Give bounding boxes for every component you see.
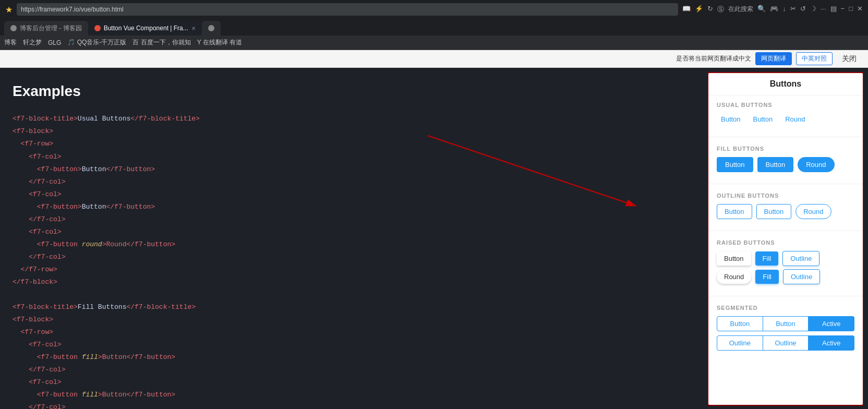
raised-plain-button[interactable]: Button — [717, 251, 751, 266]
code-line: <f7-col> — [13, 226, 695, 238]
code-tag: <f7-block-title> — [13, 115, 78, 123]
moon-icon[interactable]: ☽ — [810, 5, 816, 14]
segmented-row-1: Button Button Active — [717, 316, 854, 331]
panel-title: Buttons — [708, 73, 863, 95]
raised-fill-button-2[interactable]: Fill — [755, 270, 779, 284]
raised-outline-button-1[interactable]: Outline — [782, 251, 819, 266]
tab-framework7[interactable]: Button Vue Component | Fra... ✕ — [88, 21, 202, 35]
code-line: <f7-row> — [13, 326, 695, 339]
code-tag: <f7-button> — [37, 203, 82, 211]
tab-blog-favicon — [10, 25, 17, 31]
code-line: </f7-row> — [13, 263, 695, 276]
seg-button-1[interactable]: Button — [717, 316, 763, 331]
code-tag: </f7-col> — [29, 178, 65, 186]
code-line: <f7-button round>Round</f7-button> — [13, 238, 695, 251]
bilingual-button[interactable]: 中英对照 — [796, 52, 833, 65]
code-tag: </f7-button> — [106, 165, 155, 173]
skype-icon[interactable]: Ⓢ — [717, 5, 724, 14]
bookmark-baidu[interactable]: 百 百度一下，你就知 — [132, 38, 190, 47]
code-tag: </f7-block> — [13, 278, 57, 286]
url-input[interactable] — [17, 3, 678, 16]
fill-buttons-label: FILL BUTTONS — [717, 146, 854, 152]
bookmark-xuanzimeng[interactable]: 轩之梦 — [23, 38, 42, 47]
bookmark-glg[interactable]: GLG — [48, 39, 61, 46]
code-line: <f7-button fill>Button</f7-button> — [13, 389, 695, 401]
raised-round-plain-button[interactable]: Round — [717, 270, 751, 284]
tab-blog[interactable]: 博客后台管理 - 博客园 — [4, 21, 88, 35]
usual-button-1[interactable]: Button — [717, 113, 745, 125]
code-line: <f7-button>Button</f7-button> — [13, 201, 695, 213]
code-line: <f7-col> — [13, 151, 695, 163]
code-tag: <f7-row> — [21, 140, 53, 148]
bookmark-qqmusic[interactable]: 🎵 QQ音乐-千万正版 — [67, 38, 126, 47]
seg-active-button-1[interactable]: Active — [809, 316, 854, 331]
translate-button[interactable]: 网页翻译 — [755, 52, 792, 65]
gamepad-icon[interactable]: 🎮 — [770, 5, 778, 14]
close-translation-button[interactable]: 关闭 — [837, 53, 862, 65]
code-tag: <f7-block-title> — [13, 303, 78, 311]
code-area: Examples <f7-block-title>Usual Buttons</… — [0, 68, 707, 409]
page-title: Examples — [13, 78, 695, 104]
code-tag: <f7-block> — [13, 316, 53, 323]
code-tag: </f7-button> — [106, 203, 155, 211]
tab-close-icon[interactable]: ✕ — [191, 26, 196, 31]
refresh-icon[interactable]: ↻ — [707, 5, 713, 14]
search-icon[interactable]: 🔍 — [757, 5, 766, 14]
outline-button-2[interactable]: Button — [756, 204, 792, 219]
usual-round-button[interactable]: Round — [781, 113, 809, 125]
tab-empty[interactable] — [202, 21, 221, 35]
code-tag: <f7-block> — [13, 127, 53, 135]
code-text: Button — [82, 165, 106, 173]
usual-button-2[interactable]: Button — [749, 113, 777, 125]
code-tag: </f7-block-title> — [130, 115, 200, 123]
fill-round-button[interactable]: Round — [798, 157, 834, 172]
browser-chrome: ★ 📖 ⚡ ↻ Ⓢ 在此搜索 🔍 🎮 ↓ ✂ ↺ ☽ ··· ▤ − □ ✕ 博… — [0, 0, 868, 50]
star-icon[interactable]: ★ — [5, 5, 13, 15]
menu-dots-icon[interactable]: ··· — [821, 5, 826, 14]
code-tag: </f7-col> — [29, 253, 65, 261]
code-line: <f7-button fill>Button</f7-button> — [13, 351, 695, 364]
close-window-icon[interactable]: ✕ — [857, 5, 863, 14]
tab-blog-label: 博客后台管理 - 博客园 — [20, 24, 82, 33]
bookmark-translate[interactable]: Y 在线翻译 有道 — [197, 38, 242, 47]
bookmarks-bar: 博客 轩之梦 GLG 🎵 QQ音乐-千万正版 百 百度一下，你就知 Y 在线翻译… — [0, 35, 868, 50]
code-tag: >Button</f7-button> — [98, 391, 175, 399]
bookmark-icon[interactable]: 📖 — [682, 5, 691, 14]
code-text: Button — [82, 203, 106, 211]
bookmark-blog[interactable]: 博客 — [4, 38, 17, 47]
fill-button-1[interactable]: Button — [717, 157, 753, 172]
scissors-icon[interactable]: ✂ — [790, 5, 796, 14]
download-icon[interactable]: ↓ — [782, 5, 786, 14]
raised-fill-button-1[interactable]: Fill — [755, 251, 779, 266]
thunder-icon[interactable]: ⚡ — [695, 5, 703, 14]
usual-buttons-section: USUAL BUTTONS Button Button Round — [708, 95, 863, 135]
raised-buttons-section: RAISED BUTTONS Button Fill Outline Round… — [708, 233, 863, 294]
url-bar: ★ 📖 ⚡ ↻ Ⓢ 在此搜索 🔍 🎮 ↓ ✂ ↺ ☽ ··· ▤ − □ ✕ — [0, 0, 868, 19]
code-tag: </f7-col> — [29, 366, 65, 374]
code-attr: fill — [82, 353, 98, 361]
code-line: </f7-col> — [13, 364, 695, 376]
raised-buttons-label: RAISED BUTTONS — [717, 239, 854, 246]
sidebar-icon[interactable]: ▤ — [830, 5, 837, 14]
maximize-icon[interactable]: □ — [849, 5, 853, 14]
code-attr: round — [82, 240, 102, 248]
seg-outline-button-2[interactable]: Outline — [763, 335, 809, 351]
browser-icons: 📖 ⚡ ↻ Ⓢ 在此搜索 🔍 🎮 ↓ ✂ ↺ ☽ ··· ▤ − □ ✕ — [682, 5, 863, 14]
seg-outline-active-button[interactable]: Active — [809, 335, 854, 351]
outline-button-1[interactable]: Button — [717, 204, 752, 219]
code-line: <f7-row> — [13, 138, 695, 150]
outline-buttons-label: OUTLINE BUTTONS — [717, 193, 854, 199]
translation-text: 是否将当前网页翻译成中文 — [676, 54, 751, 63]
seg-outline-button-1[interactable]: Outline — [717, 335, 763, 351]
outline-round-button[interactable]: Round — [795, 204, 831, 219]
buttons-panel: Buttons USUAL BUTTONS Button Button Roun… — [707, 72, 864, 406]
minimize-icon[interactable]: − — [841, 5, 845, 14]
code-line: <f7-block-title>Fill Buttons</f7-block-t… — [13, 301, 695, 314]
raised-outline-button-2[interactable]: Outline — [783, 269, 820, 284]
fill-button-2[interactable]: Button — [757, 157, 794, 172]
segmented-label: SEGMENTED — [717, 305, 854, 311]
usual-buttons-label: USUAL BUTTONS — [717, 102, 854, 108]
seg-button-2[interactable]: Button — [763, 316, 809, 331]
code-line: </f7-col> — [13, 213, 695, 226]
undo-icon[interactable]: ↺ — [800, 5, 806, 14]
